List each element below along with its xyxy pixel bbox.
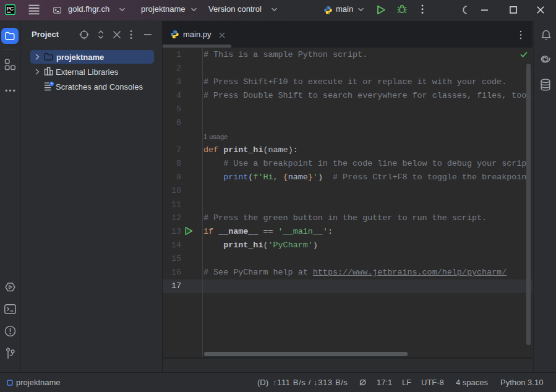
- svg-text:PC: PC: [7, 6, 14, 12]
